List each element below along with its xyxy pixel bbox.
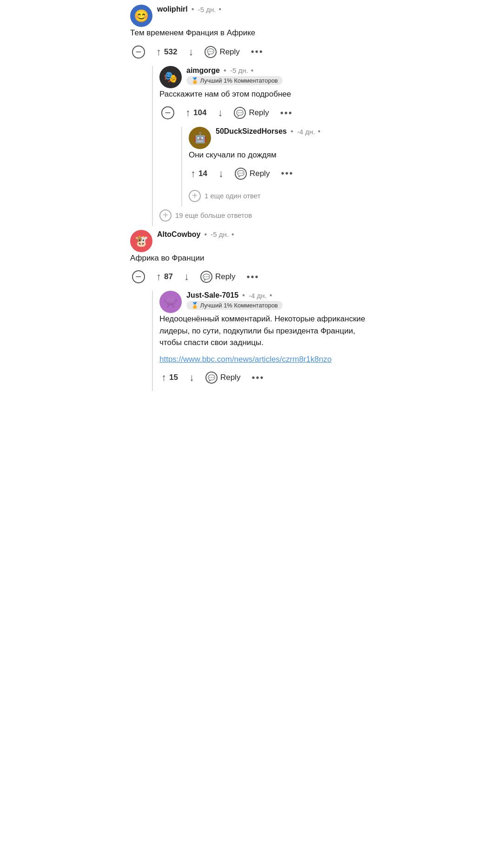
- timestamp-justsale: -4 дн.: [249, 292, 267, 300]
- badge-justsale: 🏅 Лучший 1% Комментаторов: [186, 301, 283, 310]
- reply-icon-justsale: 💬: [205, 372, 218, 384]
- comment-text-woliphirl: Тем временем Франция в Африке: [130, 27, 372, 39]
- downvote-button-50duck[interactable]: ↓: [217, 166, 225, 182]
- more-button-altocowboy[interactable]: •••: [244, 272, 261, 282]
- timestamp-altocowboy: -5 дн.: [211, 230, 229, 238]
- upvote-button-altocowboy[interactable]: ↑ 87: [154, 269, 175, 285]
- reply-button-aimgorge[interactable]: 💬 Reply: [232, 105, 271, 121]
- vote-count-aimgorge: 104: [193, 108, 206, 117]
- reply-button-50duck[interactable]: 💬 Reply: [233, 166, 271, 182]
- upvote-button-50duck[interactable]: ↑ 14: [189, 166, 209, 182]
- avatar-50duck: 🤖: [189, 127, 211, 149]
- reply-button-altocowboy[interactable]: 💬 Reply: [198, 269, 237, 285]
- comment-justsale: 👾 Just-Sale-7015 • -4 дн. • 🏅 Лучший 1% …: [159, 291, 372, 391]
- comment-header-justsale: 👾 Just-Sale-7015 • -4 дн. • 🏅 Лучший 1% …: [159, 291, 372, 313]
- comment-text-altocowboy: Африка во Франции: [130, 252, 372, 264]
- more-button-50duck[interactable]: •••: [279, 168, 295, 179]
- reply-button-woliphirl[interactable]: 💬 Reply: [203, 44, 241, 60]
- comment-header-aimgorge: 🎭 aimgorge • -5 дн. • 🏅 Лучший 1% Коммен…: [159, 66, 372, 88]
- timestamp-50duck: -4 дн.: [297, 128, 315, 136]
- comment-50duck: 🤖 50DuckSizedHorses • -4 дн. •: [189, 127, 372, 187]
- timestamp-woliphirl: -5 дн.: [198, 6, 216, 13]
- action-bar-aimgorge: − ↑ 104 ↓ 💬: [159, 104, 372, 121]
- expand-19-icon: +: [159, 209, 172, 222]
- username-justsale: Just-Sale-7015: [186, 291, 238, 300]
- expand-19-label: 19 еще больше ответов: [175, 211, 252, 219]
- downvote-button-aimgorge[interactable]: ↓: [216, 105, 225, 121]
- comment-text-50duck: Они скучали по дождям: [189, 149, 372, 161]
- collapse-button-altocowboy[interactable]: −: [130, 268, 147, 285]
- expand-19-replies[interactable]: + 19 еще больше ответов: [159, 207, 252, 226]
- action-bar-50duck: ↑ 14 ↓ 💬 Reply: [189, 166, 372, 182]
- more-button-woliphirl[interactable]: •••: [249, 46, 265, 57]
- comment-aimgorge: 🎭 aimgorge • -5 дн. • 🏅 Лучший 1% Коммен…: [159, 66, 372, 127]
- more-button-aimgorge[interactable]: •••: [278, 108, 295, 118]
- expand-1-label: 1 еще один ответ: [205, 192, 261, 200]
- comment-thread: 😊 woliphirl • -5 дн. • Тем временем Фран…: [130, 0, 372, 396]
- action-bar-woliphirl: − ↑ 532 ↓ 💬 Reply •••: [130, 44, 372, 60]
- comment-text-aimgorge: Расскажите нам об этом подробнее: [159, 88, 372, 100]
- comment-woliphirl: 😊 woliphirl • -5 дн. • Тем временем Фран…: [130, 5, 372, 66]
- action-bar-justsale: ↑ 15 ↓ 💬 Reply •••: [159, 370, 372, 385]
- comment-link-justsale[interactable]: https://www.bbc.com/news/articles/czrm8r…: [159, 355, 331, 364]
- collapse-button-aimgorge[interactable]: −: [159, 104, 176, 121]
- action-bar-altocowboy: − ↑ 87 ↓ 💬 Reply •••: [130, 268, 372, 285]
- upvote-button-justsale[interactable]: ↑ 15: [159, 370, 180, 385]
- avatar-aimgorge: 🎭: [159, 66, 182, 88]
- more-button-justsale[interactable]: •••: [250, 372, 266, 383]
- vote-count-woliphirl: 532: [164, 47, 177, 57]
- comment-header-altocowboy: 🐮 AltoCowboy • -5 дн. •: [130, 230, 372, 252]
- comment-header-woliphirl: 😊 woliphirl • -5 дн. •: [130, 5, 372, 27]
- reply-icon-50duck: 💬: [235, 168, 247, 180]
- collapse-icon-woliphirl: −: [132, 46, 145, 59]
- expand-1-reply[interactable]: + 1 еще один ответ: [189, 187, 261, 207]
- username-woliphirl: woliphirl: [157, 5, 188, 13]
- vote-count-50duck: 14: [198, 169, 207, 178]
- collapse-button-woliphirl[interactable]: −: [130, 44, 147, 60]
- downvote-button-altocowboy[interactable]: ↓: [182, 269, 191, 285]
- thread-justsale: 👾 Just-Sale-7015 • -4 дн. • 🏅 Лучший 1% …: [130, 291, 372, 391]
- reply-button-justsale[interactable]: 💬 Reply: [204, 370, 242, 385]
- avatar-justsale: 👾: [159, 291, 182, 313]
- reply-icon-altocowboy: 💬: [200, 271, 212, 283]
- comment-altocowboy: 🐮 AltoCowboy • -5 дн. • Африка во Франци…: [130, 230, 372, 291]
- timestamp-aimgorge: -5 дн.: [230, 66, 248, 74]
- reply-icon-aimgorge: 💬: [234, 107, 246, 119]
- upvote-button-woliphirl[interactable]: ↑ 532: [154, 44, 179, 60]
- thread-50duck: 🤖 50DuckSizedHorses • -4 дн. •: [159, 127, 372, 207]
- downvote-button-woliphirl[interactable]: ↓: [186, 44, 195, 60]
- username-altocowboy: AltoCowboy: [157, 230, 200, 239]
- username-50duck: 50DuckSizedHorses: [216, 127, 287, 136]
- thread-aimgorge: 🎭 aimgorge • -5 дн. • 🏅 Лучший 1% Коммен…: [130, 66, 372, 226]
- comment-header-50duck: 🤖 50DuckSizedHorses • -4 дн. •: [189, 127, 372, 149]
- reply-icon-woliphirl: 💬: [205, 46, 217, 58]
- vote-count-justsale: 15: [169, 373, 178, 382]
- avatar-altocowboy: 🐮: [130, 230, 152, 252]
- username-aimgorge: aimgorge: [186, 66, 220, 75]
- expand-1-icon: +: [189, 190, 201, 202]
- vote-count-altocowboy: 87: [164, 272, 173, 281]
- comment-text-justsale: Недооценённый комментарий. Некоторые афр…: [159, 313, 372, 349]
- collapse-icon-aimgorge: −: [161, 106, 174, 119]
- upvote-button-aimgorge[interactable]: ↑ 104: [184, 105, 208, 121]
- collapse-icon-altocowboy: −: [132, 270, 145, 283]
- avatar-woliphirl: 😊: [130, 5, 152, 27]
- downvote-button-justsale[interactable]: ↓: [187, 370, 196, 385]
- badge-aimgorge: 🏅 Лучший 1% Комментаторов: [186, 76, 283, 85]
